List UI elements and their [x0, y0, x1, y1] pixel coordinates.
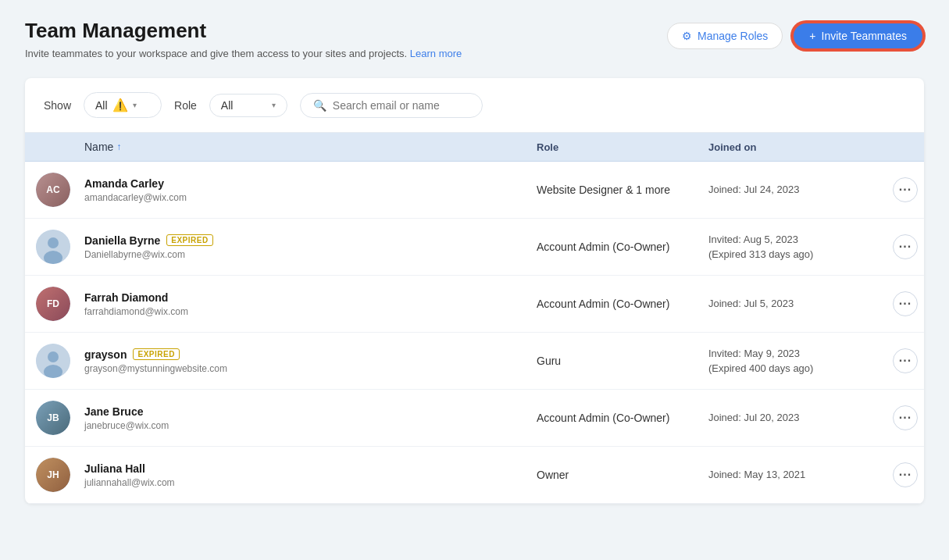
joined-cell: Joined: May 13, 2021 — [699, 467, 887, 483]
table-row: grayson EXPIRED grayson@mystunningwebsit… — [25, 333, 924, 390]
search-input[interactable] — [333, 99, 469, 112]
avatar-cell: JH — [25, 458, 75, 492]
avatar: AC — [36, 173, 70, 207]
col-role-header: Role — [527, 141, 699, 153]
warning-icon: ⚠️ — [112, 98, 128, 112]
member-email: juliannahall@wix.com — [84, 477, 518, 488]
member-email: Daniellabyrne@wix.com — [84, 249, 518, 260]
plus-icon: + — [809, 30, 815, 42]
name-cell: grayson EXPIRED grayson@mystunningwebsit… — [75, 348, 527, 374]
learn-more-link[interactable]: Learn more — [410, 48, 462, 59]
header-right: ⚙ Manage Roles + Invite Teammates — [667, 22, 924, 50]
member-name: Juliana Hall — [84, 462, 145, 475]
table-row: JB Jane Bruce janebruce@wix.com Account … — [25, 390, 924, 447]
role-label: Role — [174, 99, 197, 112]
name-row: Amanda Carley — [84, 177, 518, 190]
table-row: JH Juliana Hall juliannahall@wix.com Own… — [25, 447, 924, 504]
name-row: Juliana Hall — [84, 462, 518, 475]
joined-cell: Invited: Aug 5, 2023(Expired 313 days ag… — [699, 232, 887, 262]
member-name: grayson — [84, 348, 127, 361]
role-dropdown[interactable]: All ▾ — [209, 94, 287, 117]
joined-cell: Joined: Jul 20, 2023 — [699, 410, 887, 426]
invite-teammates-button[interactable]: + Invite Teammates — [792, 22, 924, 50]
actions-cell: ··· — [887, 291, 924, 316]
avatar: JB — [36, 401, 70, 435]
name-cell: Farrah Diamond farrahdiamond@wix.com — [75, 291, 527, 317]
avatar-cell — [25, 344, 75, 378]
member-email: amandacarley@wix.com — [84, 192, 518, 203]
actions-cell: ··· — [887, 234, 924, 259]
table-row: Daniella Byrne EXPIRED Daniellabyrne@wix… — [25, 219, 924, 276]
member-name: Jane Bruce — [84, 405, 143, 418]
avatar-cell — [25, 230, 75, 264]
more-actions-button[interactable]: ··· — [893, 348, 918, 373]
avatar — [36, 230, 70, 264]
show-dropdown-value: All — [95, 99, 108, 112]
table-header: Name ↑ Role Joined on — [25, 133, 924, 162]
joined-cell: Invited: May 9, 2023(Expired 400 days ag… — [699, 346, 887, 376]
search-icon: 🔍 — [313, 99, 326, 112]
sort-arrow-icon: ↑ — [116, 141, 121, 152]
main-card: Show All ⚠️ ▾ Role All ▾ 🔍 Name ↑ R — [25, 78, 924, 504]
avatar: JH — [36, 458, 70, 492]
chevron-down-icon: ▾ — [133, 101, 137, 109]
role-cell: Account Admin (Co-Owner) — [527, 412, 699, 424]
actions-cell: ··· — [887, 462, 924, 487]
name-row: Farrah Diamond — [84, 291, 518, 304]
actions-cell: ··· — [887, 405, 924, 430]
svg-point-4 — [48, 351, 59, 362]
more-actions-button[interactable]: ··· — [893, 462, 918, 487]
manage-roles-button[interactable]: ⚙ Manage Roles — [667, 23, 783, 49]
col-name-header[interactable]: Name ↑ — [75, 141, 527, 153]
actions-cell: ··· — [887, 177, 924, 202]
page-subtitle: Invite teammates to your workspace and g… — [25, 48, 462, 59]
member-email: farrahdiamond@wix.com — [84, 306, 518, 317]
table-body: AC Amanda Carley amandacarley@wix.com We… — [25, 162, 924, 504]
more-actions-button[interactable]: ··· — [893, 291, 918, 316]
avatar — [36, 344, 70, 378]
member-name: Farrah Diamond — [84, 291, 168, 304]
name-cell: Amanda Carley amandacarley@wix.com — [75, 177, 527, 203]
name-row: Jane Bruce — [84, 405, 518, 418]
avatar: FD — [36, 287, 70, 321]
header-left: Team Management Invite teammates to your… — [25, 19, 462, 59]
expired-badge: EXPIRED — [133, 348, 179, 360]
joined-cell: Joined: Jul 5, 2023 — [699, 296, 887, 312]
member-name: Daniella Byrne — [84, 234, 160, 247]
role-dropdown-value: All — [221, 99, 234, 112]
avatar-cell: JB — [25, 401, 75, 435]
role-cell: Account Admin (Co-Owner) — [527, 298, 699, 310]
page-header: Team Management Invite teammates to your… — [25, 19, 924, 59]
expired-badge: EXPIRED — [166, 234, 212, 246]
member-email: janebruce@wix.com — [84, 420, 518, 431]
role-cell: Owner — [527, 469, 699, 481]
name-row: grayson EXPIRED — [84, 348, 518, 361]
name-cell: Juliana Hall juliannahall@wix.com — [75, 462, 527, 488]
table-row: FD Farrah Diamond farrahdiamond@wix.com … — [25, 276, 924, 333]
page-title: Team Management — [25, 19, 462, 43]
role-cell: Account Admin (Co-Owner) — [527, 241, 699, 253]
more-actions-button[interactable]: ··· — [893, 177, 918, 202]
joined-cell: Joined: Jul 24, 2023 — [699, 182, 887, 198]
avatar-cell: AC — [25, 173, 75, 207]
member-email: grayson@mystunningwebsite.com — [84, 363, 518, 374]
more-actions-button[interactable]: ··· — [893, 234, 918, 259]
col-joined-header: Joined on — [699, 141, 887, 153]
svg-point-1 — [48, 237, 59, 248]
avatar-cell: FD — [25, 287, 75, 321]
name-row: Daniella Byrne EXPIRED — [84, 234, 518, 247]
name-cell: Daniella Byrne EXPIRED Daniellabyrne@wix… — [75, 234, 527, 260]
name-cell: Jane Bruce janebruce@wix.com — [75, 405, 527, 431]
role-cell: Guru — [527, 355, 699, 367]
member-name: Amanda Carley — [84, 177, 164, 190]
show-label: Show — [44, 99, 71, 112]
gear-icon: ⚙ — [682, 30, 692, 42]
chevron-down-icon-2: ▾ — [272, 101, 276, 109]
search-box[interactable]: 🔍 — [300, 93, 483, 118]
table-row: AC Amanda Carley amandacarley@wix.com We… — [25, 162, 924, 219]
show-dropdown[interactable]: All ⚠️ ▾ — [84, 92, 162, 118]
filters-bar: Show All ⚠️ ▾ Role All ▾ 🔍 — [25, 78, 924, 133]
more-actions-button[interactable]: ··· — [893, 405, 918, 430]
actions-cell: ··· — [887, 348, 924, 373]
role-cell: Website Designer & 1 more — [527, 184, 699, 196]
